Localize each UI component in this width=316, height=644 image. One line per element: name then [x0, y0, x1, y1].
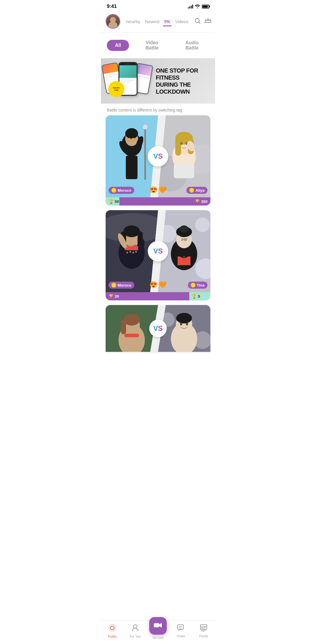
nav-pk[interactable]: PK	[162, 18, 173, 25]
status-time: 9:41	[107, 4, 117, 9]
filter-all[interactable]: All	[107, 40, 129, 51]
progress-right-1: 🏆 350	[119, 197, 210, 205]
battle-images-2: ⭐ Moroco	[106, 210, 210, 292]
promo-banner[interactable]: GOLD'S GYM ⚡ ONE STOP FOR FITNESS DURING…	[101, 58, 215, 104]
svg-point-44	[126, 252, 128, 254]
vs-text-2: VS	[153, 247, 163, 255]
svg-point-8	[143, 125, 147, 129]
badge-icon-right-2: ⭐	[191, 283, 195, 287]
filter-tabs: All Video Battle Audio Battle	[101, 32, 215, 58]
svg-text:GOLD'S: GOLD'S	[113, 87, 120, 89]
header-icons	[194, 18, 211, 25]
badge-icon-right: ⭐	[189, 188, 194, 193]
signal-icon	[188, 4, 193, 8]
badge-icon-2: ⭐	[111, 283, 116, 287]
user-badge-right-2: ⭐ Tina	[188, 282, 208, 289]
vs-text: VS	[153, 152, 163, 160]
svg-point-49	[159, 225, 176, 242]
vs-text-3: VS	[153, 324, 163, 333]
gym-logo: GOLD'S GYM ⚡	[108, 81, 124, 97]
battle-emojis-1: 😍 🧡	[150, 186, 166, 194]
battle-emojis-2: 😍 🧡	[150, 281, 166, 289]
svg-point-56	[180, 225, 188, 232]
header: Nearby Newest PK Videos	[101, 12, 215, 32]
vs-badge-3: VS	[149, 320, 167, 337]
nav-newest[interactable]: Newest	[142, 18, 162, 25]
battery-icon	[202, 5, 209, 8]
svg-rect-66	[121, 320, 126, 334]
search-icon[interactable]	[194, 18, 201, 25]
svg-rect-41	[134, 245, 136, 247]
progress-left-2: 🏆 20	[106, 292, 189, 300]
svg-rect-13	[132, 138, 135, 140]
status-icons	[188, 4, 209, 9]
progress-right-2: 🏆 5	[189, 292, 210, 300]
avatar[interactable]	[106, 14, 120, 29]
battle-card-1[interactable]: ⭐ Moroco	[106, 115, 210, 205]
svg-point-75	[186, 323, 188, 326]
badge-icon: ⭐	[111, 188, 116, 193]
svg-point-47	[135, 251, 137, 253]
battle-card-3[interactable]: VS	[106, 305, 210, 352]
svg-rect-12	[127, 138, 131, 140]
banner-phones: GOLD'S GYM ⚡	[101, 58, 152, 104]
svg-rect-29	[174, 164, 194, 178]
filter-audio-battle[interactable]: Audio Battle	[175, 37, 209, 54]
banner-text: ONE STOP FOR FITNESS DURING THE LOCKDOWN	[152, 67, 215, 95]
svg-point-45	[129, 251, 131, 253]
scroll-content: GOLD'S GYM ⚡ ONE STOP FOR FITNESS DURING…	[101, 58, 215, 378]
battle-progress-1: 🏆 50 🏆 350	[106, 197, 210, 205]
svg-rect-40	[130, 244, 132, 246]
nav-items: Nearby Newest PK Videos	[124, 18, 191, 25]
svg-point-46	[132, 252, 134, 254]
status-bar: 9:41	[101, 0, 215, 12]
nav-videos[interactable]: Videos	[173, 18, 191, 25]
filter-video-battle[interactable]: Video Battle	[135, 37, 169, 54]
wifi-icon	[195, 4, 200, 9]
svg-point-11	[125, 128, 138, 139]
svg-rect-7	[144, 127, 146, 180]
battle-images-3: VS	[106, 305, 210, 352]
svg-rect-53	[178, 256, 190, 265]
progress-left-1: 🏆 50	[106, 197, 119, 205]
battle-card-2[interactable]: ⭐ Moroco	[106, 210, 210, 300]
svg-point-26	[180, 142, 183, 145]
battle-progress-2: 🏆 20 🏆 5	[106, 292, 210, 300]
user-badge-left-2: ⭐ Moroco	[109, 282, 134, 289]
svg-point-30	[176, 147, 178, 148]
banner-title: ONE STOP FOR FITNESS DURING THE LOCKDOWN	[156, 67, 212, 95]
battle-info: Battle content is different by switching…	[101, 104, 215, 115]
svg-text:⚡: ⚡	[114, 90, 119, 95]
svg-rect-17	[126, 156, 138, 179]
svg-point-50	[195, 217, 210, 232]
svg-point-73	[176, 313, 192, 323]
vs-badge-1: VS	[148, 146, 168, 167]
user-badge-left-1: ⭐ Moroco	[109, 187, 134, 194]
vs-badge-2: VS	[148, 241, 168, 261]
crown-icon[interactable]	[204, 18, 211, 25]
user-badge-right-1: ⭐ Aliya	[186, 187, 207, 194]
svg-rect-67	[124, 334, 139, 337]
svg-point-74	[180, 323, 182, 326]
battle-images-1: ⭐ Moroco	[106, 115, 210, 197]
nav-nearby[interactable]: Nearby	[124, 18, 142, 25]
svg-line-1	[199, 22, 200, 23]
